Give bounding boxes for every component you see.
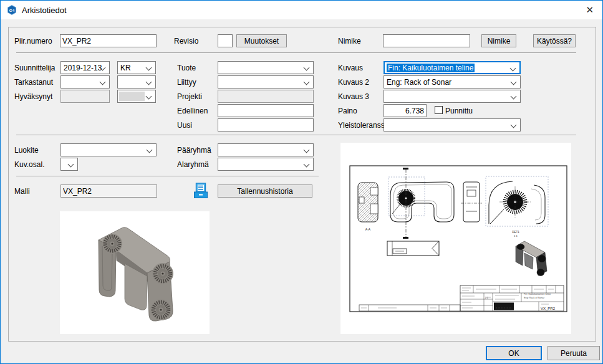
yleistoleranssi-combo[interactable] [384, 118, 521, 132]
kuv-osal-label: Kuv.osal. [14, 160, 44, 169]
liittyy-label: Liittyy [177, 78, 196, 87]
paaryhma-combo[interactable] [218, 143, 314, 156]
chevron-down-icon [511, 79, 517, 85]
separator [16, 52, 576, 53]
suunnittelija-label: Suunnittelija [14, 64, 55, 72]
suunnittelija-date-combo[interactable]: 2019-12-13 [60, 61, 110, 74]
tuote-combo[interactable] [218, 61, 314, 74]
chevron-down-icon [304, 65, 310, 71]
nimike-label: Nimike [338, 37, 361, 46]
hyvaksynyt-initials-combo[interactable] [117, 90, 156, 103]
svg-text:G4: G4 [9, 8, 15, 12]
model-preview-image [60, 211, 210, 334]
kuvaus2-combo[interactable]: Eng: Rack of Sonar [384, 75, 521, 89]
piir-numero-input[interactable] [60, 34, 157, 47]
chevron-down-icon [510, 65, 516, 72]
kuvaus2-label: Kuvaus 2 [338, 78, 369, 87]
svg-text:A-A: A-A [365, 228, 371, 231]
malli-label: Malli [14, 187, 30, 196]
svg-text:Fin: Kaikuluotaimen teline: Fin: Kaikuluotaimen teline [524, 293, 551, 295]
app-logo-icon: G4 [7, 5, 17, 15]
paino-input[interactable] [384, 104, 427, 117]
chevron-down-icon [304, 147, 310, 153]
chevron-down-icon [100, 79, 106, 85]
kuvaus3-combo[interactable] [384, 90, 521, 103]
dialog-body: Piir.numero Revisio Muutokset Nimike Nim… [1, 19, 602, 363]
luokite-combo[interactable] [60, 143, 157, 156]
chevron-down-icon [147, 147, 153, 153]
chevron-down-icon [146, 93, 152, 100]
luokite-label: Luokite [14, 146, 39, 155]
tarkastanut-date-combo[interactable] [60, 75, 110, 89]
kuvaus3-label: Kuvaus 3 [338, 92, 369, 101]
edellinen-label: Edellinen [177, 107, 208, 115]
ok-button[interactable]: OK [486, 346, 542, 360]
piir-numero-label: Piir.numero [14, 37, 52, 46]
uusi-label: Uusi [177, 121, 192, 130]
archive-info-dialog: G4 Arkistotiedot ✕ Piir.numero Revisio M… [0, 0, 603, 364]
alaryhma-label: Alaryhmä [177, 160, 209, 169]
uusi-input[interactable] [218, 118, 314, 132]
chevron-down-icon [511, 122, 517, 128]
kuvaus-label: Kuvaus [338, 64, 363, 72]
kuvaus-combo[interactable]: Fin: Kaikuluotaimen teline [384, 61, 521, 74]
chevron-down-icon [304, 79, 310, 85]
nimike-input[interactable] [383, 34, 470, 47]
hyvaksynyt-input [60, 90, 110, 103]
chevron-down-icon [68, 161, 74, 168]
drawing-preview-image: A-A [340, 143, 571, 334]
alaryhma-combo[interactable] [218, 158, 314, 171]
punnittu-label: Punnittu [445, 107, 473, 115]
titlebar: G4 Arkistotiedot ✕ [1, 1, 602, 19]
chevron-down-icon [146, 79, 152, 85]
nimike-button[interactable]: Nimike [481, 34, 516, 47]
revisio-label: Revisio [174, 37, 198, 46]
malli-input [60, 184, 157, 198]
tuote-label: Tuote [177, 64, 196, 72]
svg-text:VX_PR2: VX_PR2 [541, 307, 556, 310]
chevron-down-icon [304, 161, 310, 168]
projekti-label: Projekti [177, 92, 202, 101]
separator [16, 135, 576, 135]
separator [16, 176, 319, 176]
chevron-down-icon [146, 65, 152, 71]
paaryhma-label: Pääryhmä [177, 146, 211, 155]
edellinen-input[interactable] [218, 104, 314, 117]
hyvaksynyt-label: Hyväksynyt [14, 92, 52, 101]
kuv-osal-combo[interactable] [60, 158, 78, 171]
muutokset-button[interactable]: Muutokset [236, 34, 287, 47]
peruuta-button[interactable]: Peruuta [548, 346, 600, 360]
archive-drawer-icon[interactable] [194, 183, 208, 201]
kaytossa-button[interactable]: Käytössä? [533, 34, 576, 47]
paino-label: Paino [338, 107, 357, 115]
tallennushistoria-button[interactable]: Tallennushistoria [218, 184, 312, 198]
close-icon[interactable]: ✕ [586, 4, 594, 16]
window-title: Arkistotiedot [22, 6, 67, 15]
tarkastanut-label: Tarkastanut [14, 78, 53, 87]
svg-text:Eng: Rack of Sonar: Eng: Rack of Sonar [524, 297, 545, 299]
punnittu-checkbox[interactable] [435, 106, 443, 114]
liittyy-combo[interactable] [218, 75, 314, 89]
revisio-input[interactable] [218, 34, 233, 47]
svg-text:1:1: 1:1 [485, 297, 488, 299]
chevron-down-icon [511, 93, 517, 100]
yleistoleranssi-label: Yleistoleranssi [338, 121, 386, 130]
svg-text:DET1: DET1 [512, 231, 519, 234]
svg-text:1:1: 1:1 [514, 234, 518, 237]
projekti-input [218, 90, 314, 103]
suunnittelija-initials-combo[interactable]: KR [117, 61, 156, 74]
tarkastanut-initials-combo[interactable] [117, 75, 156, 89]
